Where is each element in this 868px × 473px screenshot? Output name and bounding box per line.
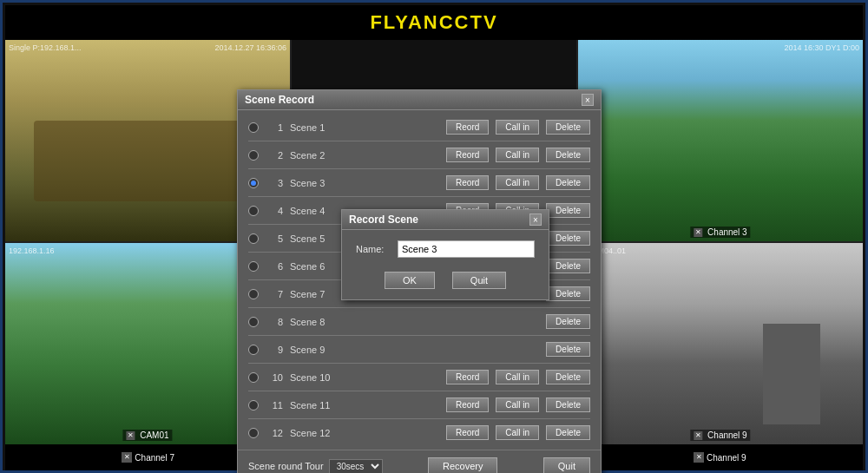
scene-radio-4[interactable] xyxy=(248,206,259,216)
delete-button-1[interactable]: Delete xyxy=(546,120,590,135)
channel-7-label: ✕ Channel 7 xyxy=(122,452,174,463)
call-in-button-2[interactable]: Call in xyxy=(496,148,539,162)
reord-button-12[interactable]: Reord xyxy=(446,425,489,440)
camera-top-right-label: ✕ Channel 3 xyxy=(690,227,750,238)
divider-9 xyxy=(248,363,590,364)
quit-main-button[interactable]: Quit xyxy=(543,457,590,473)
scene-row-9: 9Scene 9Delete xyxy=(248,339,590,359)
reord-button-2[interactable]: Reord xyxy=(446,148,489,162)
camera-top-left-timestamp: 2014.12.27 16:36:06 xyxy=(214,43,286,52)
name-row: Name: xyxy=(356,240,535,258)
call-in-button-11[interactable]: Call in xyxy=(496,397,539,412)
camera-top-left-info: Single P:192.168.1... xyxy=(9,43,82,52)
record-scene-close-button[interactable]: × xyxy=(529,214,542,226)
scene-name-10: Scene 10 xyxy=(290,372,439,383)
record-scene-titlebar: Record Scene × xyxy=(342,210,549,230)
camera-bot-left-x-icon: ✕ xyxy=(126,431,135,440)
monitor: FLYANCCTV Single P:192.168.1... 2014.12.… xyxy=(0,0,868,473)
tour-select[interactable]: 30secs 1min 2min 5min xyxy=(329,459,383,474)
scene-num-11: 11 xyxy=(266,400,283,411)
delete-button-10[interactable]: Delete xyxy=(546,370,590,384)
scene-record-footer: Scene round Tour 30secs 1min 2min 5min R… xyxy=(238,450,601,473)
delete-button-3[interactable]: Delete xyxy=(546,175,590,190)
divider-8 xyxy=(248,335,590,336)
scene-num-12: 12 xyxy=(266,428,283,438)
delete-button-9[interactable]: Delete xyxy=(546,342,590,357)
scene-radio-8[interactable] xyxy=(248,317,259,327)
delete-button-2[interactable]: Delete xyxy=(546,148,590,162)
name-input[interactable] xyxy=(398,240,535,258)
scene-radio-11[interactable] xyxy=(248,400,259,411)
quit-button[interactable]: Quit xyxy=(452,272,506,289)
record-scene-buttons: OK Quit xyxy=(356,272,535,289)
call-in-button-10[interactable]: Call in xyxy=(496,370,539,384)
scene-row-2: 2Scene 2ReordCall inDelete xyxy=(248,145,590,165)
channel-9-label: ✕ Channel 9 xyxy=(694,452,746,463)
name-label: Name: xyxy=(356,244,391,254)
scene-name-1: Scene 1 xyxy=(290,122,439,133)
scene-num-3: 3 xyxy=(266,178,283,188)
recovery-button[interactable]: Recovery xyxy=(428,457,497,473)
delete-button-4[interactable]: Delete xyxy=(546,203,590,218)
scene-num-2: 2 xyxy=(266,150,283,161)
scene-record-close-button[interactable]: × xyxy=(582,94,594,106)
scene-radio-5[interactable] xyxy=(248,233,259,244)
scene-row-3: 3Scene 3ReordCall inDelete xyxy=(248,173,590,193)
scene-num-8: 8 xyxy=(266,317,283,327)
call-in-button-1[interactable]: Call in xyxy=(496,120,539,135)
scene-num-9: 9 xyxy=(266,345,283,355)
footer-left: Scene round Tour 30secs 1min 2min 5min xyxy=(248,459,383,474)
delete-button-7[interactable]: Delete xyxy=(546,286,590,301)
scene-record-title: Scene Record xyxy=(245,94,314,106)
brand-title: FLYANCCTV xyxy=(370,11,497,34)
reord-button-11[interactable]: Reord xyxy=(446,397,489,412)
channel-7-x-icon: ✕ xyxy=(122,452,132,463)
delete-button-11[interactable]: Delete xyxy=(546,397,590,412)
delete-button-12[interactable]: Delete xyxy=(546,425,590,440)
camera-bot-right-scene xyxy=(578,243,863,444)
delete-button-6[interactable]: Delete xyxy=(546,259,590,273)
scene-radio-10[interactable] xyxy=(248,372,259,383)
scene-record-titlebar: Scene Record × xyxy=(238,90,601,110)
delete-button-8[interactable]: Delete xyxy=(546,314,590,329)
scene-radio-1[interactable] xyxy=(248,122,259,133)
divider-10 xyxy=(248,391,590,391)
reord-button-1[interactable]: Reord xyxy=(446,120,489,135)
top-banner: FLYANCCTV xyxy=(5,5,863,40)
scene-num-10: 10 xyxy=(266,372,283,383)
scene-row-10: 10Scene 10ReordCall inDelete xyxy=(248,367,590,387)
camera-top-right-scene xyxy=(578,40,863,241)
scene-radio-6[interactable] xyxy=(248,261,259,272)
scene-radio-2[interactable] xyxy=(248,150,259,161)
camera-top-right-info: 2014 16:30 DY1 D:00 xyxy=(784,43,859,52)
scene-num-7: 7 xyxy=(266,289,283,299)
camera-bot-right: XCAM04..01 ✕ Channel 9 xyxy=(578,243,863,444)
scene-num-4: 4 xyxy=(266,206,283,216)
delete-button-5[interactable]: Delete xyxy=(546,231,590,246)
divider-11 xyxy=(248,418,590,419)
scene-radio-9[interactable] xyxy=(248,345,259,355)
scene-radio-12[interactable] xyxy=(248,428,259,438)
scene-round-label: Scene round Tour xyxy=(248,461,324,471)
scene-row-8: 8Scene 8Delete xyxy=(248,312,590,332)
scene-name-3: Scene 3 xyxy=(290,178,439,188)
scene-num-6: 6 xyxy=(266,261,283,272)
call-in-button-3[interactable]: Call in xyxy=(496,175,539,190)
scene-radio-7[interactable] xyxy=(248,289,259,299)
call-in-button-12[interactable]: Call in xyxy=(496,425,539,440)
record-scene-title: Record Scene xyxy=(349,214,418,226)
ok-button[interactable]: OK xyxy=(385,272,435,289)
record-scene-body: Name: OK Quit xyxy=(342,230,549,299)
camera-bot-right-label: ✕ Channel 9 xyxy=(690,430,750,441)
scene-radio-3[interactable] xyxy=(248,178,259,188)
camera-top-right-x-icon: ✕ xyxy=(694,228,702,237)
scene-row-12: 12Scene 12ReordCall inDelete xyxy=(248,423,590,443)
scene-name-11: Scene 11 xyxy=(290,400,439,411)
channel-9-x-icon: ✕ xyxy=(694,452,704,463)
reord-button-3[interactable]: Reord xyxy=(446,175,489,190)
scene-num-1: 1 xyxy=(266,122,283,133)
camera-top-right: 2014 16:30 DY1 D:00 ✕ Channel 3 xyxy=(578,40,863,241)
scene-name-12: Scene 12 xyxy=(290,428,439,438)
divider-1 xyxy=(248,141,590,141)
reord-button-10[interactable]: Reord xyxy=(446,370,489,384)
